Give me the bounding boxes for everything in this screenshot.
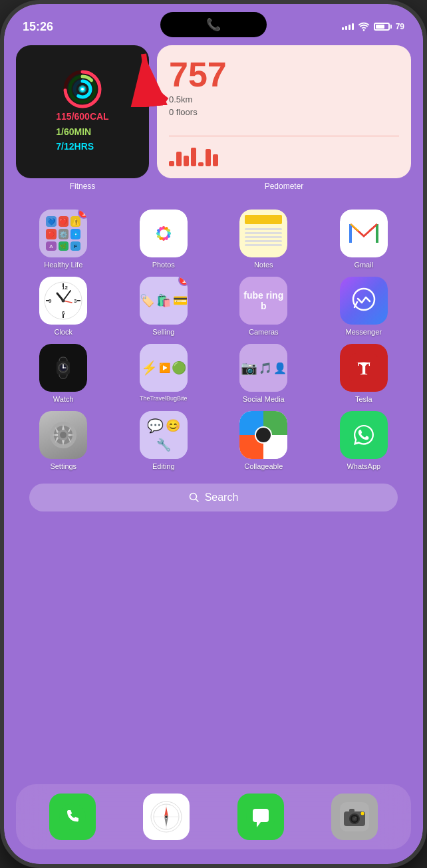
clock-icon: 12 6 3 9 (39, 277, 87, 325)
fitness-cal: 115/600CAL (56, 109, 108, 124)
pedometer-distance: 0.5km (169, 94, 399, 104)
app-item-watch[interactable]: Watch (16, 344, 111, 403)
app-item-settings[interactable]: Settings (16, 411, 111, 470)
pedometer-baseline (169, 136, 399, 136)
photos-icon (140, 210, 188, 257)
app-label-photos: Photos (152, 261, 175, 269)
svg-point-62 (165, 815, 168, 818)
app-item-gmail[interactable]: Gmail (317, 210, 412, 269)
phone-icon (59, 803, 86, 830)
app-label-healthy-life: Healthy Life (44, 261, 82, 269)
app-item-selling[interactable]: 1 🏷️ 🛍️ 💳 Selling (116, 277, 212, 336)
app-label-selling: Selling (152, 328, 174, 336)
social-media-icon: 📷 🎵 👤 (239, 344, 287, 392)
signal-bar-1 (342, 27, 344, 30)
app-label-notes: Notes (254, 261, 273, 269)
svg-text:3: 3 (74, 298, 77, 304)
dock-app-camera[interactable] (331, 794, 378, 840)
svg-text:T: T (357, 358, 370, 378)
main-content: 115/600CAL 1/60MIN 7/12HRS Fitness 757 0… (4, 40, 423, 511)
svg-line-53 (196, 500, 198, 502)
messages-icon (246, 802, 275, 831)
svg-text:12: 12 (62, 285, 68, 291)
app-label-gmail: Gmail (354, 261, 373, 269)
svg-text:6: 6 (62, 310, 65, 316)
status-time: 15:26 (23, 20, 53, 34)
badge-healthy-life: 1 (78, 210, 87, 219)
active-call-icon: 📞 (206, 17, 221, 32)
pedometer-label: Pedometer (157, 182, 411, 191)
app-label-whatsapp: WhatsApp (347, 462, 380, 470)
app-label-editing: Editing (152, 462, 175, 470)
phone-screen: 📞 15:26 (4, 4, 423, 864)
app-item-healthy-life[interactable]: 1 💙 ❤️ ⚠️ 🔴 ⚙️ 💠 A 🌿 F (16, 210, 111, 269)
svg-point-72 (355, 817, 356, 818)
dock (16, 784, 411, 849)
pedometer-steps: 757 (169, 57, 399, 92)
svg-point-50 (60, 432, 67, 438)
fitness-hrs: 7/12HRS (56, 139, 108, 154)
app-item-tesla[interactable]: T Tesla (317, 344, 412, 403)
healthy-life-icon: 💙 ❤️ ⚠️ 🔴 ⚙️ 💠 A 🌿 F (42, 212, 84, 255)
battery-percentage: 79 (396, 22, 404, 31)
app-label-messenger: Messenger (346, 328, 382, 336)
cameras-icon: fube ring b (239, 277, 287, 325)
wifi-icon (358, 22, 370, 31)
search-icon (189, 492, 200, 503)
dock-app-safari[interactable] (143, 794, 190, 840)
phone-frame: 📞 15:26 (0, 0, 427, 868)
app-label-travelbugbite: TheTravelBugBite (140, 395, 188, 402)
dock-app-messages[interactable] (237, 794, 284, 840)
whatsapp-icon (340, 411, 388, 459)
svg-point-51 (349, 420, 379, 450)
messenger-icon (340, 277, 388, 325)
fitness-label: Fitness (16, 182, 149, 191)
app-label-watch: Watch (53, 395, 74, 403)
dock-app-phone[interactable] (49, 794, 96, 840)
svg-point-36 (62, 299, 65, 303)
pedometer-chart (169, 140, 399, 166)
signal-bar-2 (345, 26, 347, 30)
svg-text:9: 9 (49, 298, 52, 304)
travelbugbite-icon: ⚡ ▶️ 🟢 (140, 344, 188, 392)
svg-point-54 (59, 803, 86, 830)
pedometer-floors: 0 floors (169, 107, 399, 117)
app-label-clock: Clock (54, 328, 72, 336)
svg-point-73 (361, 812, 364, 815)
gmail-icon (340, 210, 388, 257)
app-label-collageable: Collageable (244, 462, 283, 470)
app-item-messenger[interactable]: Messenger (317, 277, 412, 336)
app-item-clock[interactable]: 12 6 3 9 (16, 277, 111, 336)
app-item-photos[interactable]: Photos (116, 210, 212, 269)
fitness-stats: 115/600CAL 1/60MIN 7/12HRS (56, 109, 108, 154)
app-item-social-media[interactable]: 📷 🎵 👤 Social Media (216, 344, 311, 403)
svg-point-23 (160, 229, 168, 237)
app-label-cameras: Cameras (249, 328, 279, 336)
app-item-collageable[interactable]: Collageable (216, 411, 311, 470)
app-grid: 1 💙 ❤️ ⚠️ 🔴 ⚙️ 💠 A 🌿 F (16, 210, 411, 470)
signal-bar-4 (352, 23, 354, 30)
app-item-whatsapp[interactable]: WhatsApp (317, 411, 412, 470)
status-icons: 79 (342, 22, 404, 31)
dynamic-island: 📞 (160, 12, 267, 37)
app-item-notes[interactable]: Notes (216, 210, 311, 269)
search-bar[interactable]: Search (29, 484, 398, 511)
battery-icon (374, 23, 392, 31)
widgets-row: 115/600CAL 1/60MIN 7/12HRS Fitness 757 0… (16, 45, 411, 199)
notes-icon (239, 210, 287, 257)
svg-point-9 (81, 88, 84, 90)
pedometer-widget[interactable]: 757 0.5km 0 floors (157, 45, 411, 199)
app-label-social-media: Social Media (243, 395, 285, 403)
signal-bar-3 (349, 25, 351, 30)
red-arrow (127, 41, 194, 107)
app-item-travelbugbite[interactable]: ⚡ ▶️ 🟢 TheTravelBugBite (116, 344, 212, 403)
editing-icon: 💬 😊 🔧 (140, 411, 188, 459)
signal-bars-icon (342, 23, 354, 30)
camera-icon (340, 802, 369, 831)
fitness-rings-icon (63, 69, 102, 109)
safari-icon (150, 800, 183, 833)
app-item-cameras[interactable]: fube ring b Cameras (216, 277, 311, 336)
fitness-min: 1/60MIN (56, 124, 108, 139)
tesla-icon: T (340, 344, 388, 392)
app-item-editing[interactable]: 💬 😊 🔧 Editing (116, 411, 212, 470)
